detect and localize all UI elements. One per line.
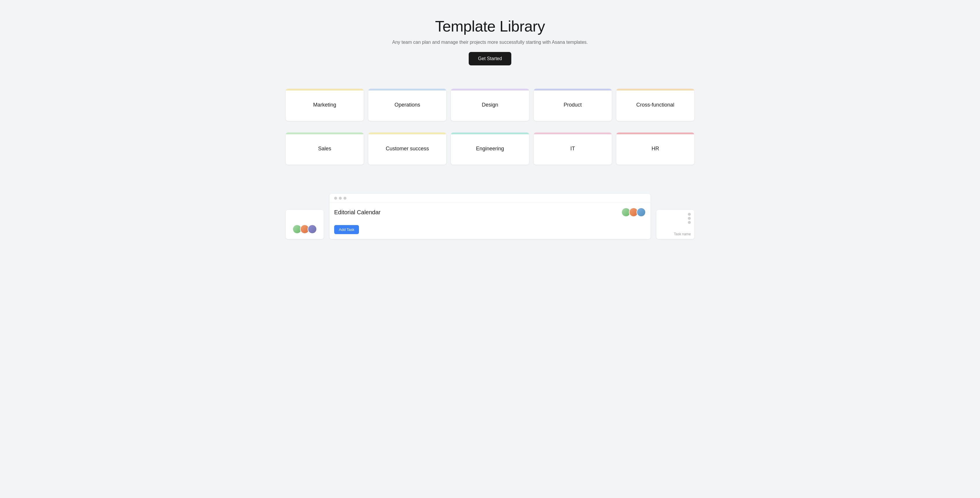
category-card[interactable]: Engineering xyxy=(451,132,529,165)
page-subtitle: Any team can plan and manage their proje… xyxy=(392,40,588,45)
card-label: Cross-functional xyxy=(630,96,680,114)
bottom-section: Editorial Calendar Add Task Task name xyxy=(286,194,694,239)
right-preview-card: Task name xyxy=(656,210,694,239)
editorial-calendar-card: Editorial Calendar Add Task xyxy=(329,194,651,239)
category-card[interactable]: Marketing xyxy=(286,89,364,121)
card-label: Design xyxy=(476,96,504,114)
card-label: HR xyxy=(646,140,665,158)
category-card[interactable]: Operations xyxy=(368,89,446,121)
category-card[interactable]: Customer success xyxy=(368,132,446,165)
editorial-calendar-title: Editorial Calendar xyxy=(334,209,380,216)
card-label: Marketing xyxy=(307,96,342,114)
calendar-title-row: Editorial Calendar xyxy=(329,203,651,221)
category-card[interactable]: Cross-functional xyxy=(616,89,694,121)
window-dot-2 xyxy=(339,197,342,200)
window-dot-1 xyxy=(334,197,337,200)
window-dot xyxy=(688,213,691,216)
avatar xyxy=(308,224,317,234)
cards-grid-row2: SalesCustomer successEngineeringITHR xyxy=(286,132,694,165)
header-section: Template Library Any team can plan and m… xyxy=(392,18,588,77)
category-card[interactable]: IT xyxy=(534,132,612,165)
avatar xyxy=(636,208,646,217)
calendar-body: Add Task xyxy=(329,221,651,239)
window-dot xyxy=(688,217,691,220)
card-label: Operations xyxy=(389,96,426,114)
window-dot-3 xyxy=(344,197,347,200)
add-task-button[interactable]: Add Task xyxy=(334,225,359,234)
left-preview-card xyxy=(286,210,324,239)
avatar-group-right xyxy=(621,208,646,217)
avatar-group-left xyxy=(293,224,317,234)
category-card[interactable]: Design xyxy=(451,89,529,121)
window-dot xyxy=(688,221,691,224)
card-label: Sales xyxy=(312,140,337,158)
page-title: Template Library xyxy=(392,18,588,35)
card-label: Engineering xyxy=(470,140,510,158)
window-titlebar xyxy=(329,194,651,203)
card-label: IT xyxy=(565,140,581,158)
card-label: Product xyxy=(558,96,587,114)
task-name-label: Task name xyxy=(674,232,691,236)
cards-grid-row1: MarketingOperationsDesignProductCross-fu… xyxy=(286,89,694,121)
category-card[interactable]: Sales xyxy=(286,132,364,165)
category-card[interactable]: Product xyxy=(534,89,612,121)
card-label: Customer success xyxy=(380,140,435,158)
category-card[interactable]: HR xyxy=(616,132,694,165)
get-started-button[interactable]: Get Started xyxy=(469,52,511,65)
